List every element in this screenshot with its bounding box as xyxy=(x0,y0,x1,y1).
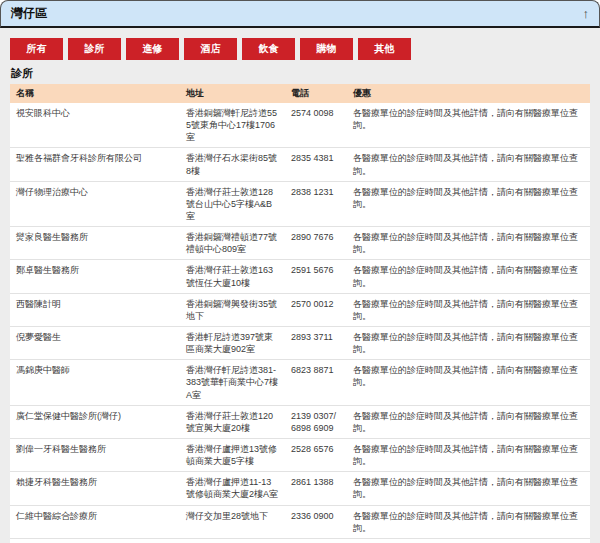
phone-cell: 2861 1388 xyxy=(285,472,347,505)
table-row: 視安眼科中心香港銅鑼灣軒尼詩道555號東角中心17樓1706室2574 0098… xyxy=(10,103,590,148)
address-cell: 香港灣仔軒尼詩道381-383號華軒商業中心7樓A室 xyxy=(180,360,285,405)
phone-cell: 2570 0012 xyxy=(285,293,347,326)
address-cell: 灣仔交加里28號地下 xyxy=(180,505,285,538)
table-row: 西醫陳計明香港銅鑼灣興發街35號地下2570 0012各醫療單位的診症時間及其他… xyxy=(10,293,590,326)
address-cell: 香港灣仔莊士敦道120號宜興大廈20樓 xyxy=(180,405,285,438)
scroll-to-top-icon[interactable]: ↑ xyxy=(583,7,590,20)
table-row: 灣仔物理治療中心香港灣仔莊士敦道128號台山中心5字樓A&B室2838 1231… xyxy=(10,181,590,226)
content-area: 所有診所進修酒店飲食購物其他 診所名稱地址電話優惠視安眼科中心香港銅鑼灣軒尼詩道… xyxy=(0,28,600,543)
filter-button-3[interactable]: 酒店 xyxy=(184,38,237,60)
name-cell: 劉偉一牙科醫生醫務所 xyxy=(10,438,180,471)
section-0: 診所名稱地址電話優惠視安眼科中心香港銅鑼灣軒尼詩道555號東角中心17樓1706… xyxy=(0,66,600,543)
name-cell: 賴捷牙科醫生醫務所 xyxy=(10,472,180,505)
filter-button-1[interactable]: 診所 xyxy=(68,38,121,60)
phone-cell: 6823 8871 xyxy=(285,360,347,405)
phone-cell: 2336 0900 xyxy=(285,505,347,538)
name-cell: 鄭卓醫生醫務所 xyxy=(10,260,180,293)
table-row: 馮錦庚中醫師香港灣仔軒尼詩道381-383號華軒商業中心7樓A室6823 887… xyxy=(10,360,590,405)
name-cell: 灣仔物理治療中心 xyxy=(10,181,180,226)
name-cell: 馮錦庚中醫師 xyxy=(10,360,180,405)
offer-cell: 各醫療單位的診症時間及其他詳情，請向有關醫療單位查詢。 xyxy=(347,405,590,438)
offer-cell: 各醫療單位的診症時間及其他詳情，請向有關醫療單位查詢。 xyxy=(347,438,590,471)
address-cell: 香港銅鑼灣禮頓道77號禮頓中心809室 xyxy=(180,227,285,260)
address-cell: 香港灣仔盧押道13號修頓商業大廈5字樓 xyxy=(180,438,285,471)
address-cell: 香港灣仔盧押道11-13號修頓商業大廈2樓A室 xyxy=(180,472,285,505)
name-cell: 廣仁堂保健中醫診所(灣仔) xyxy=(10,405,180,438)
section-label: 診所 xyxy=(11,66,600,81)
table-row: 聖雅各福群會牙科診所有限公司香港灣仔石水渠街85號8樓2835 4381各醫療單… xyxy=(10,148,590,181)
name-cell: 西醫陳計明 xyxy=(10,293,180,326)
table-row: 楊志憲牙科醫生醫務所香港灣仔軒尼詩道188-190號 TOWER 188, 12… xyxy=(10,538,590,543)
phone-cell: 2838 1231 xyxy=(285,181,347,226)
name-cell: 視安眼科中心 xyxy=(10,103,180,148)
phone-cell: 2574 0098 xyxy=(285,103,347,148)
phone-cell: 2139 0307/6898 6909 xyxy=(285,405,347,438)
filter-button-0[interactable]: 所有 xyxy=(10,38,63,60)
offer-cell: 各醫療單位的診症時間及其他詳情，請向有關醫療單位查詢。 xyxy=(347,360,590,405)
filter-button-6[interactable]: 其他 xyxy=(358,38,411,60)
category-filter-bar: 所有診所進修酒店飲食購物其他 xyxy=(10,38,590,60)
table-row: 仁維中醫綜合診療所灣仔交加里28號地下2336 0900各醫療單位的診症時間及其… xyxy=(10,505,590,538)
address-cell: 香港銅鑼灣興發街35號地下 xyxy=(180,293,285,326)
sections-container: 診所名稱地址電話優惠視安眼科中心香港銅鑼灣軒尼詩道555號東角中心17樓1706… xyxy=(0,66,600,543)
phone-cell: 2528 6576 xyxy=(285,438,347,471)
page-title: 灣仔區 xyxy=(11,5,583,22)
offer-cell: 各醫療單位的診症時間及其他詳情，請向有關醫療單位查詢。 xyxy=(347,148,590,181)
header-row: 名稱地址電話優惠 xyxy=(10,84,590,103)
column-header-address: 地址 xyxy=(180,84,285,103)
filter-button-2[interactable]: 進修 xyxy=(126,38,179,60)
address-cell: 香港灣仔軒尼詩道188-190號 TOWER 188, 12樓 xyxy=(180,538,285,543)
address-cell: 香港灣仔莊士敦道163號恆任大廈10樓 xyxy=(180,260,285,293)
phone-cell: 2893 3711 xyxy=(285,326,347,359)
offer-cell: 各醫療單位的診症時間及其他詳情，請向有關醫療單位查詢。 xyxy=(347,260,590,293)
table-row: 廣仁堂保健中醫診所(灣仔)香港灣仔莊士敦道120號宜興大廈20樓2139 030… xyxy=(10,405,590,438)
listing-table: 名稱地址電話優惠視安眼科中心香港銅鑼灣軒尼詩道555號東角中心17樓1706室2… xyxy=(10,84,590,543)
column-header-phone: 電話 xyxy=(285,84,347,103)
offer-cell: 各醫療單位的診症時間及其他詳情，請向有關醫療單位查詢。 xyxy=(347,326,590,359)
name-cell: 倪夢愛醫生 xyxy=(10,326,180,359)
phone-cell: 2395 6088 xyxy=(285,538,347,543)
district-panel: 灣仔區 ↑ 所有診所進修酒店飲食購物其他 診所名稱地址電話優惠視安眼科中心香港銅… xyxy=(0,0,600,543)
address-cell: 香港灣仔莊士敦道128號台山中心5字樓A&B室 xyxy=(180,181,285,226)
filter-button-5[interactable]: 購物 xyxy=(300,38,353,60)
filter-button-4[interactable]: 飲食 xyxy=(242,38,295,60)
offer-cell: 各醫療單位的診症時間及其他詳情，請向有關醫療單位查詢。 xyxy=(347,505,590,538)
phone-cell: 2591 5676 xyxy=(285,260,347,293)
table-row: 賴捷牙科醫生醫務所香港灣仔盧押道11-13號修頓商業大廈2樓A室2861 138… xyxy=(10,472,590,505)
address-cell: 香港灣仔石水渠街85號8樓 xyxy=(180,148,285,181)
table-row: 倪夢愛醫生香港軒尼詩道397號東區商業大廈902室2893 3711各醫療單位的… xyxy=(10,326,590,359)
table-row: 鄭卓醫生醫務所香港灣仔莊士敦道163號恆任大廈10樓2591 5676各醫療單位… xyxy=(10,260,590,293)
table-row: 劉偉一牙科醫生醫務所香港灣仔盧押道13號修頓商業大廈5字樓2528 6576各醫… xyxy=(10,438,590,471)
column-header-name: 名稱 xyxy=(10,84,180,103)
name-cell: 仁維中醫綜合診療所 xyxy=(10,505,180,538)
name-cell: 楊志憲牙科醫生醫務所 xyxy=(10,538,180,543)
address-cell: 香港軒尼詩道397號東區商業大廈902室 xyxy=(180,326,285,359)
column-header-offer: 優惠 xyxy=(347,84,590,103)
table-row: 爕家良醫生醫務所香港銅鑼灣禮頓道77號禮頓中心809室2890 7676各醫療單… xyxy=(10,227,590,260)
phone-cell: 2890 7676 xyxy=(285,227,347,260)
offer-cell: 各醫療單位的診症時間及其他詳情，請向有關醫療單位查詢。 xyxy=(347,227,590,260)
offer-cell: 各醫療單位的診症時間及其他詳情，請向有關醫療單位查詢。 xyxy=(347,472,590,505)
offer-cell: 各醫療單位的診症時間及其他詳情，請向有關醫療單位查詢。 xyxy=(347,538,590,543)
offer-cell: 各醫療單位的診症時間及其他詳情，請向有關醫療單位查詢。 xyxy=(347,181,590,226)
offer-cell: 各醫療單位的診症時間及其他詳情，請向有關醫療單位查詢。 xyxy=(347,293,590,326)
name-cell: 聖雅各福群會牙科診所有限公司 xyxy=(10,148,180,181)
address-cell: 香港銅鑼灣軒尼詩道555號東角中心17樓1706室 xyxy=(180,103,285,148)
offer-cell: 各醫療單位的診症時間及其他詳情，請向有關醫療單位查詢。 xyxy=(347,103,590,148)
phone-cell: 2835 4381 xyxy=(285,148,347,181)
name-cell: 爕家良醫生醫務所 xyxy=(10,227,180,260)
title-bar: 灣仔區 ↑ xyxy=(0,0,600,28)
